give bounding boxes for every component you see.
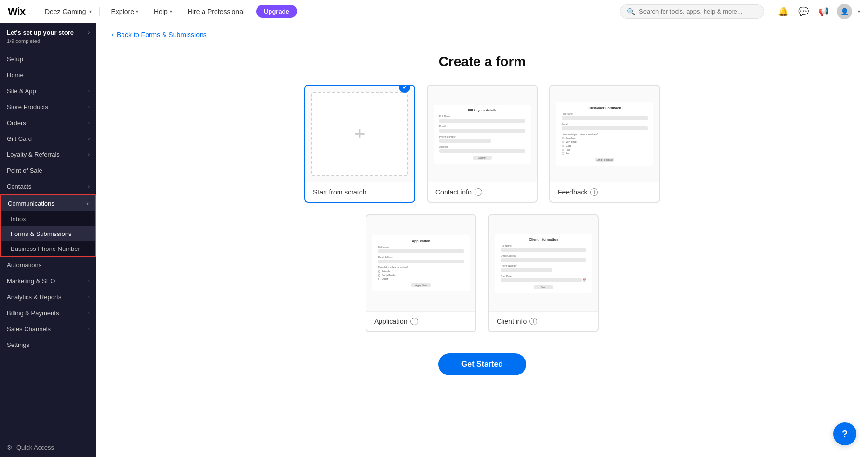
info-icon-feedback[interactable]: i [590,188,598,196]
quick-access-icon: ⚙ [7,444,13,451]
avatar-chevron-icon: ▾ [858,9,860,14]
sidebar-item-contacts[interactable]: Contacts › [0,179,96,194]
plus-icon: + [354,123,365,145]
chat-icon[interactable]: 💬 [796,4,811,19]
broadcast-icon[interactable]: 📢 [816,4,831,19]
notifications-icon[interactable]: 🔔 [776,4,790,19]
sidebar-subitem-inbox[interactable]: Inbox [1,211,95,226]
wix-logo: Wix [8,5,25,18]
card-label-feedback: Feedback i [550,182,659,202]
info-icon-client[interactable]: i [529,318,537,325]
card-label-client: Client info i [489,312,598,331]
sidebar-item-setup[interactable]: Setup [0,51,96,67]
page-title: Create a form [439,54,526,69]
card-preview-client: Client Information Full Name Email Addre… [489,215,598,312]
sidebar-item-gift-card[interactable]: Gift Card › [0,131,96,147]
contacts-chevron-icon: › [88,184,90,189]
mini-form-feedback: Customer Feedback Full Name Email How wo… [556,102,653,166]
sidebar-item-communications[interactable]: Communications ▾ [1,195,95,211]
nav-divider [37,7,37,16]
back-link[interactable]: ‹ Back to Forms & Submissions [112,31,207,39]
sidebar-header: Let's set up your store › 1/9 completed [0,23,96,47]
sidebar-item-orders[interactable]: Orders › [0,115,96,131]
mini-form-contact: Fill in your details Full Name Email Pho… [434,105,531,164]
avatar[interactable]: 👤 [837,4,852,19]
search-bar[interactable]: 🔍 [620,4,764,19]
sidebar-item-analytics[interactable]: Analytics & Reports › [0,289,96,305]
info-icon-application[interactable]: i [410,318,418,325]
nav-item-hire[interactable]: Hire a Professional [184,6,248,17]
loyalty-chevron-icon: › [88,152,90,157]
brand-chevron-icon: ▾ [89,9,92,14]
sidebar-item-billing[interactable]: Billing & Payments › [0,305,96,321]
sidebar-subitem-phone[interactable]: Business Phone Number [1,241,95,256]
sidebar-item-pos[interactable]: Point of Sale [0,163,96,179]
gift-card-chevron-icon: › [88,136,90,141]
orders-chevron-icon: › [88,120,90,125]
quick-access-button[interactable]: ⚙ Quick Access [7,444,90,451]
form-card-feedback[interactable]: Customer Feedback Full Name Email How wo… [549,85,660,203]
sidebar-progress: 1/9 completed [7,38,90,44]
top-navigation: Wix Deez Gaming ▾ Explore ▾ Help ▾ Hire … [0,0,868,23]
card-label-contact: Contact info i [428,182,537,202]
card-preview-contact: Fill in your details Full Name Email Pho… [428,86,537,182]
form-cards-row2: Application Full Name Email Address How … [366,214,599,332]
sidebar-footer: ⚙ Quick Access [0,438,96,457]
upgrade-button[interactable]: Upgrade [256,5,297,18]
marketing-chevron-icon: › [88,278,90,284]
site-app-chevron-icon: › [88,88,90,94]
sidebar-item-sales[interactable]: Sales Channels › [0,321,96,337]
info-icon-contact[interactable]: i [475,188,482,196]
card-preview-feedback: Customer Feedback Full Name Email How wo… [550,86,659,182]
sidebar-setup-label: Let's set up your store [7,29,74,36]
get-started-button[interactable]: Get Started [438,353,526,375]
content-body: Create a form ✓ + Start from scratch [96,39,868,457]
nav-item-help[interactable]: Help ▾ [150,6,176,17]
card-preview-application: Application Full Name Email Address How … [366,215,475,312]
sidebar-item-automations[interactable]: Automations [0,257,96,273]
explore-chevron-icon: ▾ [136,9,138,14]
sidebar: Let's set up your store › 1/9 completed … [0,23,96,457]
form-card-contact[interactable]: Fill in your details Full Name Email Pho… [427,85,538,203]
card-label-application: Application i [366,312,475,331]
nav-item-explore[interactable]: Explore ▾ [108,6,142,17]
help-chevron-icon: ▾ [170,9,172,14]
mini-form-client: Client Information Full Name Email Addre… [495,234,592,293]
mini-form-application: Application Full Name Email Address How … [372,235,470,291]
sidebar-item-loyalty[interactable]: Loyalty & Referrals › [0,147,96,163]
nav-icons: 🔔 💬 📢 👤 ▾ [776,4,860,19]
sidebar-item-store-products[interactable]: Store Products › [0,99,96,115]
card-preview-scratch: + [305,86,414,182]
scratch-preview-icon: + [311,92,408,176]
billing-chevron-icon: › [88,310,90,316]
nav-divider-2 [99,7,100,16]
date-picker-icon: 📅 [583,278,586,282]
sidebar-subitem-forms[interactable]: Forms & Submissions [1,226,95,241]
analytics-chevron-icon: › [88,294,90,300]
sales-chevron-icon: › [88,326,90,332]
search-input[interactable] [639,8,757,15]
card-label-scratch: Start from scratch [305,182,414,202]
form-card-application[interactable]: Application Full Name Email Address How … [366,214,476,332]
sidebar-item-settings[interactable]: Settings [0,337,96,353]
sidebar-nav: Setup Home Site & App › Store Products ›… [0,47,96,438]
form-cards-row1: ✓ + Start from scratch Fill in your de [304,85,660,203]
communications-chevron-icon: ▾ [86,201,89,206]
sidebar-setup-section: Let's set up your store › [7,29,90,36]
setup-chevron-icon[interactable]: › [88,30,90,35]
back-chevron-icon: ‹ [112,31,114,38]
sidebar-item-marketing[interactable]: Marketing & SEO › [0,273,96,289]
sidebar-item-site-app[interactable]: Site & App › [0,83,96,99]
brand-name: Deez Gaming [45,8,86,15]
help-button[interactable]: ? [833,422,856,445]
form-card-client[interactable]: Client Information Full Name Email Addre… [488,214,599,332]
store-products-chevron-icon: › [88,104,90,110]
brand-selector[interactable]: Deez Gaming ▾ [45,8,92,15]
form-card-scratch[interactable]: ✓ + Start from scratch [304,85,415,203]
content-header: ‹ Back to Forms & Submissions [96,23,868,39]
main-layout: Let's set up your store › 1/9 completed … [0,23,868,457]
search-icon: 🔍 [627,8,635,15]
sidebar-communications-group: Communications ▾ Inbox Forms & Submissio… [0,194,96,257]
sidebar-item-home[interactable]: Home [0,67,96,83]
main-content: ‹ Back to Forms & Submissions Create a f… [96,23,868,457]
